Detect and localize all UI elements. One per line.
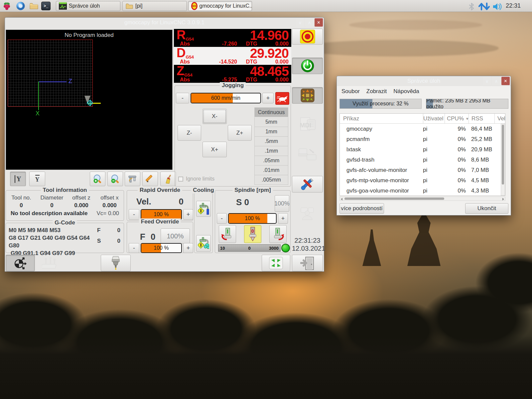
- estop-button[interactable]: [292, 29, 323, 45]
- window-title: Správce úloh: [407, 78, 440, 84]
- dro-row-r[interactable]: RG5414.960 Abs-7.260DTG0.000: [174, 29, 291, 47]
- maximize-button[interactable]: ∧: [305, 18, 314, 27]
- menu-help[interactable]: Nápověda: [390, 87, 423, 96]
- raspberry-menu-icon[interactable]: [2, 1, 11, 11]
- process-row[interactable]: gmoccapypi9%86,4 MB: [340, 124, 505, 134]
- taskbar-button-file-manager[interactable]: [pi]: [122, 1, 187, 11]
- zoom-out-button[interactable]: [107, 172, 123, 186]
- pencil-icon: [145, 174, 155, 184]
- process-row[interactable]: gvfsd-trashpi0%8,6 MB: [340, 155, 505, 165]
- spindle-cw-button[interactable]: [269, 225, 287, 243]
- rabbit-speed-button[interactable]: [275, 92, 289, 105]
- tool-no-header: Tool no.: [6, 195, 37, 201]
- jog-speed-bar[interactable]: 600 mm/min: [191, 93, 261, 103]
- scroll-left-arrow[interactable]: [341, 198, 342, 200]
- spindle-reset-button[interactable]: 100%: [275, 195, 289, 212]
- clock[interactable]: 22:31: [506, 2, 521, 9]
- col-cpu[interactable]: CPU% ▼: [445, 114, 468, 123]
- draw-dimensions-button[interactable]: [142, 172, 158, 186]
- menu-view[interactable]: Zobrazit: [363, 87, 390, 96]
- bluetooth-icon[interactable]: [467, 2, 476, 11]
- spindle-scale[interactable]: 10 0 3000: [218, 244, 281, 252]
- jog-x-minus-button[interactable]: X-: [202, 109, 227, 124]
- minimize-button[interactable]: ∨: [296, 18, 304, 27]
- file-manager-icon[interactable]: [29, 1, 39, 11]
- feed-override-bar[interactable]: 100 %: [141, 243, 182, 253]
- rapid-plus-button[interactable]: +: [183, 209, 193, 220]
- process-row[interactable]: gvfs-goa-volume-monitorpi0%4,3 MB: [340, 186, 505, 196]
- gmoccapy-titlebar[interactable]: gmoccapy for LinuxCNC 3.0.9.1 ∨ ∧ ×: [5, 18, 324, 28]
- increment-01mm[interactable]: .1mm: [254, 146, 288, 156]
- jog-z-plus-button[interactable]: Z+: [228, 125, 252, 141]
- col-size[interactable]: Veliko: [494, 114, 505, 123]
- dro-row-d[interactable]: DG5429.920 Abs-14.520DTG0.000: [174, 47, 291, 65]
- feed-plus-button[interactable]: +: [183, 243, 193, 253]
- view-y2-button[interactable]: Y: [29, 172, 45, 186]
- dro-row-z[interactable]: ZG5448.465 Abs-5.275DTG0.000: [174, 65, 291, 83]
- increment-001mm[interactable]: .01mm: [254, 166, 288, 175]
- col-user[interactable]: Uživatel: [423, 114, 445, 123]
- close-button[interactable]: ×: [501, 77, 510, 85]
- window-title: gmoccapy for LinuxCNC 3.0.9.1: [124, 19, 204, 26]
- taskbar-button-label: gmoccapy for LinuxC...: [200, 3, 252, 9]
- touch-off-button[interactable]: [6, 255, 35, 271]
- tool-change-button[interactable]: [101, 255, 131, 271]
- increment-5mm[interactable]: 5mm: [254, 117, 288, 127]
- maximize-button[interactable]: ∧: [492, 77, 500, 85]
- rapid-minus-button[interactable]: -: [129, 209, 139, 220]
- browser-icon[interactable]: [16, 1, 25, 11]
- ignore-limits-checkbox[interactable]: Ignore limits: [178, 176, 214, 182]
- process-row[interactable]: gvfs-afc-volume-monitorpi0%7,0 MB: [340, 165, 505, 175]
- increment-1mm[interactable]: 1mm: [254, 127, 288, 137]
- spindle-ccw-button[interactable]: [219, 225, 236, 243]
- minimize-button[interactable]: ∨: [483, 77, 491, 85]
- gremlin-preview[interactable]: No Program loaded Z X: [6, 30, 173, 170]
- taskbar-button-gmoccapy[interactable]: NS gmoccapy for LinuxC...: [188, 1, 252, 11]
- dimensions-button[interactable]: [125, 172, 140, 186]
- scale-min: 10: [220, 246, 225, 251]
- settings-button[interactable]: [292, 176, 323, 193]
- volume-icon[interactable]: [492, 2, 503, 11]
- feed-minus-button[interactable]: -: [129, 243, 139, 253]
- spindle-override-bar[interactable]: 100 %: [228, 213, 277, 224]
- scroll-right-arrow[interactable]: [502, 198, 504, 200]
- jog-z-minus-button[interactable]: Z-: [178, 125, 201, 141]
- increment-005mm[interactable]: .05mm: [254, 156, 288, 166]
- view-y-button[interactable]: Y: [10, 172, 26, 186]
- menu-file[interactable]: Soubor: [338, 87, 363, 96]
- process-row[interactable]: pcmanfmpi0%25,2 MB: [340, 134, 505, 144]
- network-traffic-icon[interactable]: [478, 2, 490, 11]
- flood-coolant-button[interactable]: [196, 235, 211, 252]
- process-row[interactable]: lxtaskpi0%20,9 MB: [340, 144, 505, 155]
- increment-0005mm[interactable]: .005mm: [254, 175, 288, 185]
- more-details-button[interactable]: více podrobností: [339, 203, 384, 214]
- process-row[interactable]: gvfs-mtp-volume-monitorpi0%4,5 MB: [340, 175, 505, 186]
- mist-coolant-button[interactable]: [196, 201, 211, 217]
- taskbar-button-task-manager[interactable]: Správce úloh: [56, 1, 120, 11]
- spindle-stop-button[interactable]: 0: [244, 225, 261, 243]
- fullscreen-button[interactable]: [262, 255, 290, 271]
- manual-mode-button[interactable]: [292, 87, 323, 104]
- increment-continuous[interactable]: Continuous: [254, 107, 288, 117]
- feed-reset-button[interactable]: 100%: [161, 228, 190, 244]
- terminal-icon[interactable]: >_: [41, 1, 51, 11]
- task-manager-titlebar[interactable]: Správce úloh ∨ ∧ ×: [337, 76, 511, 86]
- horizontal-scrollbar[interactable]: [339, 197, 505, 201]
- machine-on-button[interactable]: [292, 58, 323, 74]
- jog-speed-minus-button[interactable]: -: [176, 93, 189, 103]
- col-command[interactable]: Příkaz: [340, 115, 423, 122]
- clear-preview-button[interactable]: [160, 172, 176, 186]
- vertical-scrollbar[interactable]: [501, 124, 505, 196]
- quit-button[interactable]: Ukončit: [465, 203, 508, 214]
- zoom-in-button[interactable]: [90, 172, 105, 186]
- jog-x-plus-button[interactable]: X+: [202, 142, 227, 157]
- spindle-cw-icon: [271, 227, 285, 241]
- increment-05mm[interactable]: .5mm: [254, 137, 288, 146]
- jog-speed-plus-button[interactable]: +: [262, 93, 274, 103]
- close-button[interactable]: ×: [315, 18, 323, 27]
- exit-button[interactable]: [292, 255, 323, 271]
- spindle-minus-button[interactable]: -: [217, 213, 227, 224]
- spindle-plus-button[interactable]: +: [278, 213, 288, 224]
- col-rss[interactable]: RSS: [468, 114, 494, 123]
- task-manager-icon: [59, 2, 67, 10]
